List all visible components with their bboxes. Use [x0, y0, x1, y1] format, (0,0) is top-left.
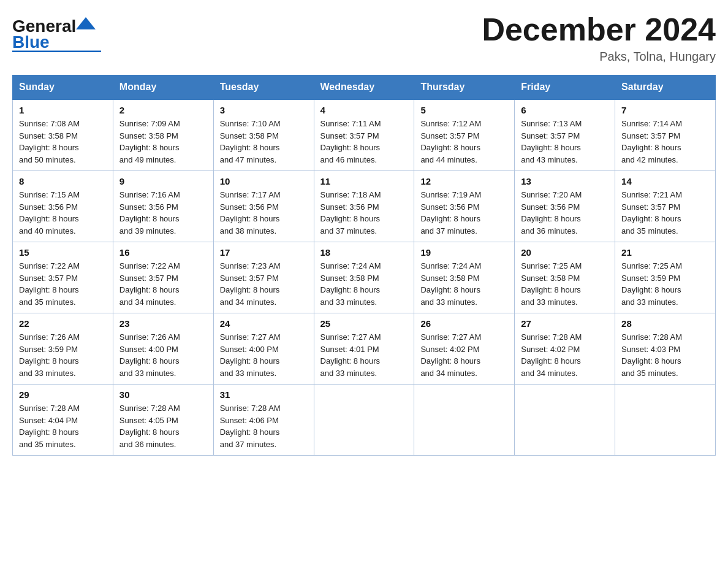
day-number: 26 — [420, 318, 508, 329]
daylight-label: Daylight: 8 hours — [119, 143, 180, 152]
sunset-label: Sunset: 3:59 PM — [19, 345, 78, 354]
day-number: 21 — [621, 247, 709, 258]
daylight-label: Daylight: 8 hours — [621, 143, 681, 152]
daylight-label: Daylight: 8 hours — [320, 214, 381, 223]
sunrise-label: Sunrise: 7:12 AM — [420, 119, 481, 128]
calendar-table: Sunday Monday Tuesday Wednesday Thursday… — [12, 75, 716, 456]
sunset-label: Sunset: 4:03 PM — [621, 345, 680, 354]
sunset-label: Sunset: 3:56 PM — [119, 202, 178, 212]
table-row: 31 Sunrise: 7:28 AM Sunset: 4:06 PM Dayl… — [213, 385, 314, 456]
table-row: 25 Sunrise: 7:27 AM Sunset: 4:01 PM Dayl… — [314, 313, 414, 385]
table-row: 1 Sunrise: 7:08 AM Sunset: 3:58 PM Dayli… — [13, 99, 113, 171]
sunrise-label: Sunrise: 7:14 AM — [621, 119, 682, 128]
daylight-minutes: and 36 minutes. — [521, 226, 578, 236]
day-number: 15 — [19, 247, 107, 258]
daylight-label: Daylight: 8 hours — [420, 356, 480, 366]
daylight-minutes: and 33 minutes. — [320, 297, 377, 307]
table-row: 22 Sunrise: 7:26 AM Sunset: 3:59 PM Dayl… — [13, 313, 113, 385]
sunset-label: Sunset: 3:57 PM — [621, 202, 680, 212]
day-number: 23 — [119, 318, 207, 329]
day-number: 17 — [220, 247, 308, 258]
day-info: Sunrise: 7:16 AM Sunset: 3:56 PM Dayligh… — [119, 189, 207, 237]
daylight-minutes: and 37 minutes. — [420, 226, 477, 236]
day-info: Sunrise: 7:08 AM Sunset: 3:58 PM Dayligh… — [19, 118, 107, 166]
table-row: 8 Sunrise: 7:15 AM Sunset: 3:56 PM Dayli… — [13, 171, 113, 242]
sunrise-label: Sunrise: 7:24 AM — [320, 261, 381, 270]
sunset-label: Sunset: 3:59 PM — [621, 274, 680, 283]
day-number: 7 — [621, 105, 709, 115]
table-row: 23 Sunrise: 7:26 AM Sunset: 4:00 PM Dayl… — [113, 313, 213, 385]
daylight-label: Daylight: 8 hours — [19, 356, 79, 366]
calendar-week-row: 22 Sunrise: 7:26 AM Sunset: 3:59 PM Dayl… — [13, 313, 716, 385]
day-info: Sunrise: 7:13 AM Sunset: 3:57 PM Dayligh… — [521, 118, 609, 166]
day-info: Sunrise: 7:10 AM Sunset: 3:58 PM Dayligh… — [220, 118, 308, 166]
day-number: 6 — [521, 105, 609, 115]
daylight-minutes: and 35 minutes. — [19, 297, 76, 307]
sunrise-label: Sunrise: 7:22 AM — [119, 261, 180, 270]
sunset-label: Sunset: 3:57 PM — [521, 131, 580, 140]
daylight-label: Daylight: 8 hours — [19, 285, 79, 294]
day-info: Sunrise: 7:24 AM Sunset: 3:58 PM Dayligh… — [420, 260, 508, 308]
day-number: 10 — [220, 176, 308, 186]
sunrise-label: Sunrise: 7:28 AM — [119, 404, 180, 413]
sunrise-label: Sunrise: 7:28 AM — [19, 404, 80, 413]
col-friday: Friday — [515, 75, 615, 100]
day-number: 1 — [19, 105, 107, 115]
daylight-minutes: and 34 minutes. — [420, 369, 477, 378]
sunrise-label: Sunrise: 7:15 AM — [19, 190, 80, 199]
day-number: 3 — [220, 105, 308, 115]
sunset-label: Sunset: 3:58 PM — [220, 131, 279, 140]
day-info: Sunrise: 7:25 AM Sunset: 3:59 PM Dayligh… — [621, 260, 709, 308]
day-number: 31 — [220, 389, 308, 400]
table-row: 5 Sunrise: 7:12 AM Sunset: 3:57 PM Dayli… — [414, 99, 515, 171]
col-monday: Monday — [113, 75, 213, 100]
day-number: 9 — [119, 176, 207, 186]
daylight-minutes: and 46 minutes. — [320, 155, 377, 164]
daylight-minutes: and 37 minutes. — [320, 226, 377, 236]
calendar-header-row: Sunday Monday Tuesday Wednesday Thursday… — [13, 75, 716, 100]
day-info: Sunrise: 7:28 AM Sunset: 4:02 PM Dayligh… — [521, 331, 609, 379]
daylight-label: Daylight: 8 hours — [420, 214, 480, 223]
table-row — [615, 385, 716, 456]
sunset-label: Sunset: 3:57 PM — [320, 131, 379, 140]
sunset-label: Sunset: 4:01 PM — [320, 345, 379, 354]
day-info: Sunrise: 7:26 AM Sunset: 3:59 PM Dayligh… — [19, 331, 107, 379]
table-row: 20 Sunrise: 7:25 AM Sunset: 3:58 PM Dayl… — [515, 242, 615, 313]
day-number: 19 — [420, 247, 508, 258]
sunset-label: Sunset: 4:04 PM — [19, 416, 78, 425]
sunrise-label: Sunrise: 7:19 AM — [420, 190, 481, 199]
daylight-label: Daylight: 8 hours — [119, 285, 180, 294]
sunset-label: Sunset: 3:57 PM — [19, 274, 78, 283]
day-number: 29 — [19, 389, 107, 400]
sunset-label: Sunset: 3:58 PM — [521, 274, 580, 283]
table-row: 17 Sunrise: 7:23 AM Sunset: 3:57 PM Dayl… — [213, 242, 314, 313]
daylight-label: Daylight: 8 hours — [420, 143, 480, 152]
day-info: Sunrise: 7:20 AM Sunset: 3:56 PM Dayligh… — [521, 189, 609, 237]
daylight-label: Daylight: 8 hours — [220, 214, 280, 223]
svg-text:Blue: Blue — [12, 33, 50, 52]
day-number: 5 — [420, 105, 508, 115]
daylight-minutes: and 49 minutes. — [119, 155, 176, 164]
sunset-label: Sunset: 3:58 PM — [420, 274, 479, 283]
sunrise-label: Sunrise: 7:11 AM — [320, 119, 381, 128]
sunset-label: Sunset: 4:02 PM — [420, 345, 479, 354]
daylight-minutes: and 35 minutes. — [19, 440, 76, 449]
sunrise-label: Sunrise: 7:22 AM — [19, 261, 80, 270]
sunset-label: Sunset: 3:57 PM — [621, 131, 680, 140]
daylight-minutes: and 34 minutes. — [220, 297, 277, 307]
daylight-label: Daylight: 8 hours — [19, 427, 79, 437]
daylight-minutes: and 33 minutes. — [420, 297, 477, 307]
sunrise-label: Sunrise: 7:25 AM — [521, 261, 582, 270]
day-info: Sunrise: 7:15 AM Sunset: 3:56 PM Dayligh… — [19, 189, 107, 237]
col-saturday: Saturday — [615, 75, 716, 100]
table-row: 28 Sunrise: 7:28 AM Sunset: 4:03 PM Dayl… — [615, 313, 716, 385]
daylight-label: Daylight: 8 hours — [621, 356, 681, 366]
table-row: 26 Sunrise: 7:27 AM Sunset: 4:02 PM Dayl… — [414, 313, 515, 385]
sunrise-label: Sunrise: 7:09 AM — [119, 119, 180, 128]
sunrise-label: Sunrise: 7:16 AM — [119, 190, 180, 199]
day-info: Sunrise: 7:25 AM Sunset: 3:58 PM Dayligh… — [521, 260, 609, 308]
sunset-label: Sunset: 3:56 PM — [420, 202, 479, 212]
day-info: Sunrise: 7:17 AM Sunset: 3:56 PM Dayligh… — [220, 189, 308, 237]
day-info: Sunrise: 7:23 AM Sunset: 3:57 PM Dayligh… — [220, 260, 308, 308]
sunrise-label: Sunrise: 7:17 AM — [220, 190, 281, 199]
